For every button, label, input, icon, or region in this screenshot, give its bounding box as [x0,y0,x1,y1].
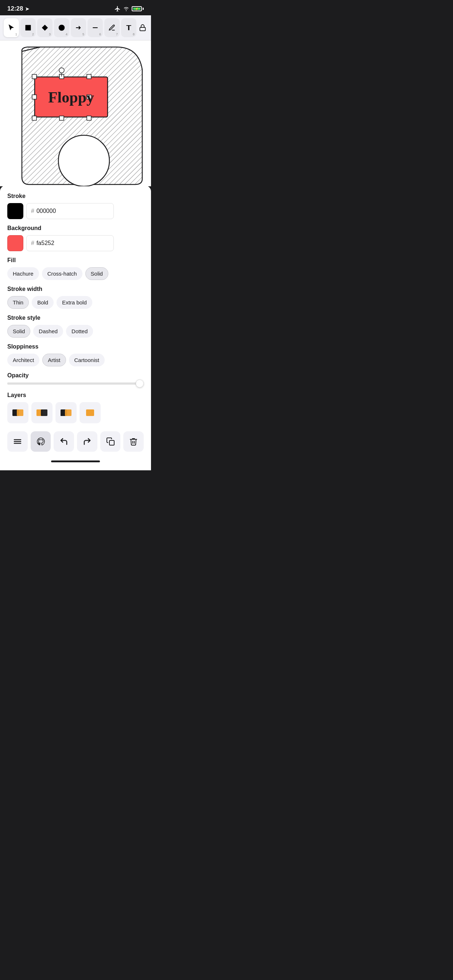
background-color-swatch[interactable] [7,235,23,251]
stroke-label: Stroke [7,193,144,199]
stroke-width-extra-bold[interactable]: Extra bold [57,296,92,309]
layer-item-1[interactable] [7,402,29,423]
undo-button[interactable] [54,431,74,452]
svg-point-1 [59,25,65,31]
tool-rect[interactable]: 2 [21,18,36,37]
tool-line[interactable]: 6 [88,18,103,37]
sloppiness-chip-group: Architect Artist Cartoonist [7,354,144,366]
menu-button[interactable] [7,431,28,452]
status-icons: ⚡ [114,5,144,12]
layers-row [7,402,144,423]
location-icon: ➤ [25,6,29,12]
stroke-color-input-wrapper[interactable]: # 000000 [26,203,114,219]
stroke-style-solid[interactable]: Solid [7,325,30,337]
svg-point-6 [58,135,109,186]
tool-text[interactable]: 8 [121,18,136,37]
background-color-input[interactable]: fa5252 [37,240,109,247]
airplane-icon [114,5,121,12]
stroke-style-dashed[interactable]: Dashed [33,325,63,337]
stroke-width-label: Stroke width [7,286,144,293]
copy-layers-button[interactable] [100,431,121,452]
sloppiness-artist[interactable]: Artist [42,354,65,366]
stroke-width-chip-group: Thin Bold Extra bold [7,296,144,309]
svg-rect-26 [86,409,94,416]
fill-chip-group: Hachure Cross-hatch Solid [7,267,144,280]
home-indicator [51,460,100,462]
stroke-color-row: # 000000 [7,203,144,219]
stroke-color-swatch[interactable] [7,203,23,219]
status-bar: 12:28 ➤ ⚡ [0,0,151,15]
drawing-canvas[interactable]: Floppy [0,40,151,186]
svg-point-16 [59,68,64,73]
tool-arrow[interactable]: 5 [71,18,86,37]
stroke-width-thin[interactable]: Thin [7,296,29,309]
stroke-width-bold[interactable]: Bold [32,296,54,309]
stroke-style-dotted[interactable]: Dotted [66,325,93,337]
stroke-style-chip-group: Solid Dashed Dotted [7,325,144,337]
delete-button[interactable] [123,431,144,452]
layer-item-4[interactable] [80,402,100,423]
tool-pencil[interactable]: 7 [104,18,120,37]
svg-rect-9 [87,75,91,79]
sloppiness-label: Sloppiness [7,344,144,350]
opacity-slider-fill [7,382,137,385]
properties-panel: Stroke # 000000 Background # fa5252 Fill… [0,186,151,470]
main-toolbar: 1 2 3 4 5 6 7 8 [0,15,151,40]
redo-button[interactable] [77,431,97,452]
svg-rect-11 [87,116,91,120]
stroke-style-label: Stroke style [7,315,144,321]
svg-rect-0 [26,25,31,30]
wifi-icon [123,6,129,11]
tool-lock[interactable] [138,18,147,37]
tool-diamond[interactable]: 3 [37,18,53,37]
opacity-label: Opacity [7,372,144,379]
svg-rect-13 [59,116,64,120]
fill-hachure[interactable]: Hachure [7,267,39,280]
layers-label: Layers [7,392,144,398]
layer-item-2[interactable] [31,402,53,423]
svg-rect-22 [41,409,48,416]
tool-circle[interactable]: 4 [54,18,69,37]
battery-icon: ⚡ [132,6,144,11]
stroke-color-input[interactable]: 000000 [37,208,109,215]
svg-rect-24 [65,409,72,416]
fill-cross-hatch[interactable]: Cross-hatch [42,267,83,280]
palette-button[interactable] [30,431,51,452]
svg-rect-4 [140,27,145,30]
opacity-slider-track[interactable] [7,382,144,385]
svg-rect-30 [109,441,114,445]
layer-item-3[interactable] [56,402,77,423]
svg-rect-14 [32,95,37,99]
fill-label: Fill [7,257,144,264]
status-time: 12:28 ➤ [7,5,29,13]
background-label: Background [7,225,144,232]
fill-solid[interactable]: Solid [85,267,108,280]
background-color-input-wrapper[interactable]: # fa5252 [26,235,114,251]
stroke-hash: # [31,208,34,215]
bottom-toolbar [7,429,144,458]
svg-text:Floppy: Floppy [48,89,94,106]
svg-rect-20 [17,409,23,416]
tool-select[interactable]: 1 [4,18,19,37]
svg-rect-8 [32,75,37,79]
svg-rect-10 [32,116,37,120]
background-hash: # [31,240,34,247]
svg-rect-25 [61,413,64,416]
background-color-row: # fa5252 [7,235,144,251]
sloppiness-cartoonist[interactable]: Cartoonist [69,354,105,366]
opacity-slider-container[interactable] [7,382,144,385]
sloppiness-architect[interactable]: Architect [7,354,39,366]
opacity-slider-thumb[interactable] [136,380,144,388]
